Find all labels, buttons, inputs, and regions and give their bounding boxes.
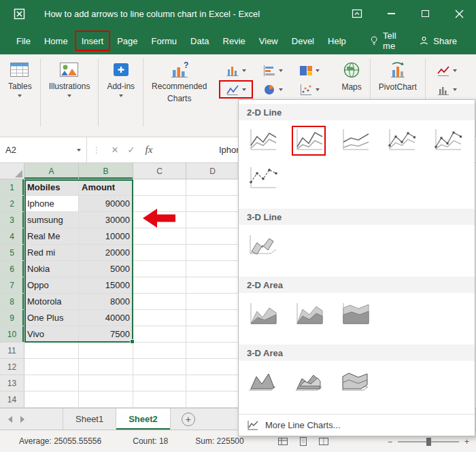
line-option[interactable] [245,126,279,156]
3d-stacked-area-100-option[interactable] [338,366,372,396]
insert-hierarchy-chart-button[interactable] [292,61,326,80]
sheet-tab-sheet2[interactable]: Sheet2 [116,408,171,430]
page-layout-view-icon[interactable] [298,436,309,447]
tab-help[interactable]: Help [321,27,353,54]
cell-D3[interactable] [186,212,239,228]
insert-sparkline-2-button[interactable] [430,80,464,99]
cell-B8[interactable]: 8000 [79,294,133,310]
tables-button[interactable]: Tables [5,60,35,99]
minimize-button[interactable] [374,0,408,27]
row-header-14[interactable]: 14 [0,392,24,408]
row-header-11[interactable]: 11 [0,343,24,359]
tab-formulas[interactable]: Formu [145,27,184,54]
formula-bar-drag-handle[interactable]: ⋮ [92,145,101,155]
sheet-tab-sheet1[interactable]: Sheet1 [63,408,116,430]
tab-page-layout[interactable]: Page [110,27,144,54]
cell-B5[interactable]: 20000 [79,245,133,261]
cell-A11[interactable] [24,343,79,359]
cell-D6[interactable] [186,261,239,277]
zoom-out-button[interactable]: − [388,437,392,447]
cell-C9[interactable] [133,310,186,326]
cell-B9[interactable]: 40000 [79,310,133,326]
cell-D10[interactable] [186,326,239,343]
cell-A9[interactable]: One Plus [24,310,79,326]
column-header-D[interactable]: D [186,163,239,179]
insert-sparkline-button[interactable] [430,61,464,80]
addins-button[interactable]: Add-ins [104,60,137,99]
cell-A1[interactable]: Mobiles [24,179,79,196]
tab-review[interactable]: Revie [216,27,252,54]
cell-A8[interactable]: Motorola [24,294,79,310]
cell-A7[interactable]: Oppo [24,277,79,294]
cancel-button[interactable]: ✕ [107,145,123,155]
column-header-C[interactable]: C [133,163,186,179]
3d-area-option[interactable] [245,366,279,396]
stacked-line-with-markers-option[interactable] [430,126,464,156]
cell-C1[interactable] [133,179,186,196]
tab-home[interactable]: Home [37,27,75,54]
line-with-markers-option[interactable] [384,126,418,156]
tab-data[interactable]: Data [184,27,216,54]
cell-B1[interactable]: Amount [79,179,133,196]
cell-B14[interactable] [79,392,133,408]
sheet-nav-left-icon[interactable] [8,416,12,423]
sheet-nav-right-icon[interactable] [20,416,24,423]
selection-fill-handle[interactable] [130,339,135,344]
cell-C5[interactable] [133,245,186,261]
pivotchart-button[interactable]: PivotChart [376,60,420,93]
close-button[interactable] [442,0,476,27]
row-header-10[interactable]: 10 [0,326,24,343]
new-sheet-button[interactable]: + [182,413,195,426]
row-header-6[interactable]: 6 [0,261,24,277]
zoom-slider[interactable] [398,441,459,442]
maximize-button[interactable] [408,0,442,27]
cell-B6[interactable]: 5000 [79,261,133,277]
stacked-line-option[interactable] [292,126,326,156]
cell-D5[interactable] [186,245,239,261]
cell-C6[interactable] [133,261,186,277]
cell-A12[interactable] [24,359,79,375]
cell-C14[interactable] [133,392,186,408]
insert-column-chart-button[interactable] [219,61,253,80]
cell-C13[interactable] [133,375,186,392]
cell-D4[interactable] [186,228,239,245]
cell-D8[interactable] [186,294,239,310]
row-header-7[interactable]: 7 [0,277,24,294]
stacked-line-100-option[interactable] [338,126,372,156]
3d-stacked-area-option[interactable] [292,366,326,396]
stacked-area-option[interactable] [292,300,326,330]
cell-C7[interactable] [133,277,186,294]
cell-C8[interactable] [133,294,186,310]
tell-me-button[interactable]: Tell me [364,27,415,54]
cell-A3[interactable]: sumsung [24,212,79,228]
cell-B7[interactable]: 15000 [79,277,133,294]
cell-A6[interactable]: Nokia [24,261,79,277]
cell-A13[interactable] [24,375,79,392]
share-button[interactable]: Share [415,27,461,54]
cell-B2[interactable]: 90000 [79,196,133,212]
row-header-9[interactable]: 9 [0,310,24,326]
cell-C10[interactable] [133,326,186,343]
cell-B12[interactable] [79,359,133,375]
row-header-2[interactable]: 2 [0,196,24,212]
cell-D9[interactable] [186,310,239,326]
column-header-A[interactable]: A [24,163,79,179]
cell-D13[interactable] [186,375,239,392]
enter-button[interactable]: ✓ [123,145,139,155]
insert-scatter-chart-button[interactable] [292,80,326,99]
normal-view-icon[interactable] [277,436,288,447]
recommended-charts-button[interactable]: ? Recommended Charts [149,60,209,105]
cell-A4[interactable]: Real Me [24,228,79,245]
row-header-1[interactable]: 1 [0,179,24,196]
area-option[interactable] [245,300,279,330]
stacked-area-100-option[interactable] [338,300,372,330]
insert-pie-chart-button[interactable] [256,80,290,99]
page-break-view-icon[interactable] [318,436,329,447]
ribbon-display-options-button[interactable] [340,0,374,27]
cell-C12[interactable] [133,359,186,375]
cell-B11[interactable] [79,343,133,359]
tab-view[interactable]: View [252,27,285,54]
cell-B4[interactable]: 10000 [79,228,133,245]
cell-A5[interactable]: Red mi [24,245,79,261]
cell-A2[interactable]: Iphone [24,196,79,212]
